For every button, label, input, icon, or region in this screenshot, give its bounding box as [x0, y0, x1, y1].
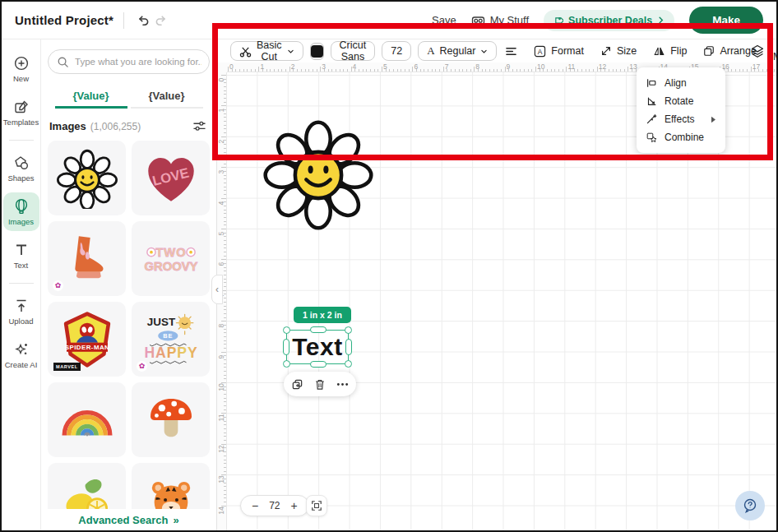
- chevron-down-icon: [287, 48, 294, 55]
- more-options-button[interactable]: [336, 382, 349, 386]
- resize-handle-left[interactable]: [283, 339, 289, 355]
- text-icon: [13, 242, 30, 258]
- submenu-arrow-icon: [711, 116, 716, 123]
- undo-button[interactable]: [134, 12, 152, 30]
- divider: [9, 140, 34, 141]
- top-bar-actions: Save My Stuff Subscriber Deals Make: [432, 7, 763, 34]
- my-stuff-button[interactable]: My Stuff: [471, 14, 529, 26]
- resize-handle-right[interactable]: [345, 339, 352, 355]
- resize-handle-top[interactable]: [310, 326, 326, 333]
- tab-value-1[interactable]: {Value}: [55, 84, 127, 109]
- color-swatch[interactable]: [310, 43, 324, 60]
- zoom-in-button[interactable]: +: [291, 500, 298, 511]
- font-family-dropdown[interactable]: Cricut Sans: [331, 41, 376, 61]
- sidebar-item-shapes[interactable]: Shapes: [3, 149, 39, 187]
- save-button[interactable]: Save: [432, 14, 456, 26]
- subscriber-deals-button[interactable]: Subscriber Deals: [544, 10, 674, 31]
- divider: [9, 283, 34, 284]
- marvel-brand-badge: MARVEL: [53, 363, 81, 371]
- shapes-icon: [13, 155, 30, 171]
- project-title: Untitled Project*: [15, 13, 113, 27]
- sidebar-item-upload[interactable]: Upload: [3, 292, 39, 331]
- flip-icon: [653, 45, 665, 57]
- search-input[interactable]: [75, 57, 201, 67]
- premium-flower-badge: ✿: [53, 280, 63, 291]
- flip-button[interactable]: Flip: [651, 45, 688, 57]
- scissors-icon: [239, 45, 252, 58]
- svg-text:GROOVY: GROOVY: [144, 259, 197, 272]
- image-card-just-be-happy[interactable]: JUST BE HAPPY ✿: [132, 302, 210, 377]
- cricut-design-space-window: Untitled Project* Save My Stuff Subscrib…: [0, 0, 778, 532]
- zoom-out-button[interactable]: −: [252, 500, 258, 511]
- image-card-spider-man[interactable]: SPIDER-MAN MARVEL: [48, 302, 126, 377]
- font-style-dropdown[interactable]: A Regular: [418, 41, 497, 61]
- resize-handle-top-right[interactable]: [345, 326, 352, 334]
- undo-icon: [136, 13, 151, 28]
- tab-value-2[interactable]: {Value}: [131, 84, 203, 109]
- sidebar-item-text[interactable]: Text: [3, 236, 39, 275]
- double-chevron-icon: »: [173, 514, 178, 526]
- redo-icon: [154, 13, 169, 28]
- effects-wand-icon: [646, 113, 657, 125]
- selected-text-object[interactable]: Text: [286, 330, 349, 364]
- format-icon: A: [534, 45, 546, 58]
- image-card-mushroom[interactable]: [132, 382, 210, 457]
- advanced-search-link[interactable]: Advanced Search »: [41, 509, 216, 530]
- image-card-rainbow[interactable]: [48, 382, 126, 457]
- edit-toolbar: Basic Cut Cricut Sans 72 A Regular A For…: [217, 39, 776, 62]
- svg-text:BE: BE: [163, 332, 173, 340]
- premium-flower-badge: ✿: [137, 361, 147, 372]
- resize-handle-bottom-right[interactable]: [345, 360, 352, 368]
- duplicate-button[interactable]: [291, 378, 303, 391]
- resize-handle-bottom-left[interactable]: [283, 360, 290, 368]
- more-dropdown[interactable]: 4 More: [771, 39, 778, 62]
- sidebar-item-images[interactable]: Images: [3, 192, 39, 231]
- results-header: Images (1,006,255): [49, 118, 208, 134]
- sidebar-item-new[interactable]: New: [3, 49, 39, 88]
- help-button[interactable]: [735, 491, 765, 520]
- top-bar: Untitled Project* Save My Stuff Subscrib…: [2, 2, 776, 39]
- left-nav-rail: New Templates Shapes Images Text Upload …: [2, 39, 41, 530]
- menu-item-effects[interactable]: Effects: [637, 110, 725, 128]
- chevron-right-icon: [657, 16, 665, 24]
- sidebar-item-create-ai[interactable]: Create AI: [3, 335, 39, 374]
- images-balloon-icon: [13, 198, 30, 215]
- new-icon: [13, 55, 30, 72]
- menu-item-rotate[interactable]: Rotate: [637, 92, 725, 110]
- filter-sliders-icon: [192, 120, 206, 132]
- image-card-daisy-smiley[interactable]: [48, 141, 126, 215]
- more-dropdown-menu: Align Rotate Effects Combine: [637, 67, 725, 153]
- resize-handle-bottom[interactable]: [310, 361, 326, 368]
- mushroom-art: [141, 390, 201, 451]
- resize-handle-top-left[interactable]: [283, 326, 290, 334]
- duplicate-icon: [291, 378, 303, 391]
- make-button[interactable]: Make: [689, 7, 763, 34]
- svg-text:HAPPY: HAPPY: [144, 345, 197, 361]
- font-size-field[interactable]: 72: [382, 41, 411, 61]
- size-button[interactable]: Size: [599, 45, 638, 57]
- chevron-down-icon: [480, 48, 488, 55]
- layers-icon: [750, 44, 765, 58]
- rainbow-art: [57, 390, 118, 451]
- alignment-button[interactable]: [503, 44, 519, 58]
- zoom-control: − 72 +: [240, 495, 309, 516]
- layers-panel-button[interactable]: [748, 42, 766, 60]
- results-label: Images: [49, 120, 86, 132]
- sidebar-item-templates[interactable]: Templates: [3, 93, 39, 132]
- image-card-love-heart[interactable]: LOVE: [132, 141, 210, 215]
- daisy-smiley-canvas-object[interactable]: [263, 120, 373, 230]
- menu-item-combine[interactable]: Combine: [637, 128, 725, 146]
- filter-button[interactable]: [191, 118, 208, 134]
- image-card-two-groovy[interactable]: TWO GROOVY: [132, 221, 210, 296]
- fit-to-screen-button[interactable]: [306, 495, 327, 516]
- collapse-panel-button[interactable]: ‹: [211, 275, 223, 304]
- operation-type-dropdown[interactable]: Basic Cut: [230, 41, 303, 61]
- image-card-cowboy-boot[interactable]: ✿: [48, 221, 126, 296]
- redo-button[interactable]: [152, 12, 170, 30]
- menu-item-align[interactable]: Align: [637, 74, 725, 92]
- format-button[interactable]: A Format: [532, 45, 586, 58]
- question-bubble-icon: [742, 497, 758, 514]
- delete-button[interactable]: [314, 378, 326, 391]
- two-groovy-art: TWO GROOVY: [141, 229, 201, 289]
- daisy-smiley-art: [57, 148, 118, 209]
